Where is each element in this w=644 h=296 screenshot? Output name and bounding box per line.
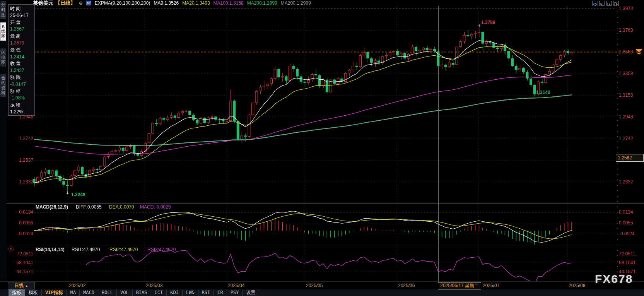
- macd-axis-right-label: 0.0055: [619, 220, 633, 226]
- rsi-indicator-label[interactable]: RSI(14,14,14): [36, 247, 65, 252]
- rsi-axis-right-label: 58.1041: [619, 260, 635, 265]
- expma-params-label: EXPMA(9,20,100,200,200): [95, 0, 150, 6]
- sidebar-tab-lightning-chart[interactable]: 闪电图: [0, 48, 6, 67]
- axis-zoom-right-tool-icon[interactable]: [606, 1, 612, 6]
- crosshair-price-label: 1.2562: [616, 154, 644, 162]
- price-axis-left-label: 1.2537: [11, 157, 33, 163]
- tooltip-time-value: 25-06-17: [10, 12, 34, 19]
- toolbar-item-ma[interactable]: MA: [67, 289, 80, 296]
- ma200b-value: MA200:1.2999: [281, 0, 311, 6]
- toolbar-item-cr[interactable]: CR: [214, 289, 227, 296]
- period-tag[interactable]: 【日线】: [55, 0, 75, 7]
- tooltip-label: 开 盘: [10, 19, 34, 26]
- rsi3-value: RSI3:47.4970: [147, 247, 176, 252]
- axis-zoom-left-tool-icon[interactable]: [599, 1, 605, 6]
- ma200-value: MA200:1.2999: [247, 0, 277, 6]
- tooltip-low-value: 1.3414: [10, 54, 34, 61]
- date-axis-label: 2025/03: [146, 283, 162, 288]
- sidebar-tab-time-chart[interactable]: 分时图: [0, 1, 6, 19]
- ma9-value: MA9:1.3526: [154, 0, 179, 6]
- toolbar-item-rsi[interactable]: RSI: [198, 289, 214, 296]
- period-selector-label: 日线: [14, 283, 24, 288]
- date-axis-row: 日线 ▲ 2025/02 2025/03 2025/04 2025/05 202…: [0, 281, 644, 290]
- date-axis-label: 2025/06: [398, 283, 415, 288]
- chart-tool-icons: [592, 1, 619, 6]
- date-axis-label: 2025/08: [569, 283, 585, 288]
- date-axis-label: 2025/05: [306, 283, 323, 288]
- toolbar-item-boll[interactable]: BOLL: [98, 289, 117, 296]
- tooltip-label: 涨 幅: [10, 88, 34, 95]
- tooltip-label: 时 间: [10, 5, 34, 12]
- toolbar-spacer: [0, 289, 9, 296]
- toolbar-item-psy[interactable]: PSY: [227, 289, 243, 296]
- axis-pan-tool-icon[interactable]: [613, 1, 619, 6]
- sidebar-tab-kline-chart[interactable]: K线图: [0, 22, 6, 41]
- chart-header: 英镑美元 【日线】 ⊕ EXPMA(9,20,100,200,200) MA9:…: [33, 0, 311, 6]
- sidebar-tab-contract-info[interactable]: 合约资料: [0, 74, 6, 97]
- tooltip-change-value: -0.0147: [10, 81, 34, 88]
- toolbar-item-bias[interactable]: BIAS: [133, 289, 151, 296]
- price-axis-right-label: 1.3563: [619, 49, 633, 55]
- price-axis-right-label: 1.2948: [619, 114, 633, 120]
- toolbar-item-vip-indicators[interactable]: VIP指标: [42, 289, 67, 296]
- rsi2-value: RSI2:47.4970: [109, 247, 138, 252]
- price-axis-left-label: 1.2332: [11, 179, 33, 185]
- macd-axis-right-label: -0.0024: [619, 231, 635, 236]
- tooltip-label: 振 幅: [10, 102, 34, 109]
- toolbar-item-lw[interactable]: LW&: [183, 289, 198, 296]
- symbol-name: 英镑美元: [33, 0, 53, 7]
- toolbar-item-settings[interactable]: 设置: [243, 289, 259, 296]
- toolbar-item-kdj[interactable]: KDJ: [167, 289, 183, 296]
- macd-diff-value: DIFF:0.0055: [76, 204, 102, 210]
- crosshair-grid-tool-icon[interactable]: [592, 1, 598, 6]
- fx678-watermark: FX678: [595, 272, 633, 286]
- macd-value: MACD:-0.0029: [140, 204, 171, 210]
- date-axis-label: 2025/02: [69, 283, 85, 288]
- expma-chart-icon: [86, 1, 91, 5]
- rsi-axis-left-label: 58.1041: [11, 260, 33, 265]
- price-axis-right-label: 1.3153: [619, 92, 633, 98]
- triangle-up-icon: ▲: [25, 284, 28, 288]
- price-axis-right-label: 1.3358: [619, 71, 633, 76]
- left-sidebar: 分时图 K线图 闪电图 合约资料: [0, 0, 7, 296]
- price-axis-right-label: 1.2332: [619, 179, 633, 185]
- macd-dea-value: DEA:0.0070: [109, 204, 134, 210]
- tooltip-close-value: 1.3427: [10, 67, 34, 74]
- macd-axis-right-label: 0.0134: [619, 209, 633, 215]
- macd-axis-left-label: -0.0024: [11, 231, 33, 236]
- circle-plus-icon[interactable]: ⊕: [79, 0, 83, 6]
- rsi-axis-left-label: 72.0511: [11, 251, 33, 257]
- toolbar-item-macd[interactable]: MACD: [80, 289, 98, 296]
- rsi-axis-left-label: 44.1571: [11, 269, 33, 274]
- macd-axis-left-label: 0.0055: [11, 220, 33, 226]
- ma20-value: MA20:1.3493: [182, 0, 210, 6]
- price-axis-right-label: 1.3768: [619, 27, 633, 33]
- low-price-annotation: 1.2248: [71, 192, 85, 197]
- macd-axis-left-label: 0.0134: [11, 209, 33, 215]
- date-axis-label: 2025/04: [228, 283, 244, 288]
- tooltip-label: 最 低: [10, 47, 34, 54]
- macd-indicator-label[interactable]: MACD(26,12,9): [36, 204, 68, 210]
- tooltip-label: 收 盘: [10, 60, 34, 67]
- ohlc-data-window: 时 间 25-06-17 开 盘 1.3567 最 高 1.3579 最 低 1…: [8, 4, 35, 116]
- crosshair-date-label: 2025/06/17 星期二: [438, 282, 481, 289]
- ma100-value: MA100:1.3158: [214, 0, 244, 6]
- period-selector-button[interactable]: 日线 ▲: [8, 282, 35, 289]
- indicator-settings-icon[interactable]: [9, 246, 14, 252]
- tooltip-amplitude-value: 1.22%: [10, 109, 34, 116]
- price-axis-right-label: 1.2742: [619, 136, 633, 141]
- tooltip-change-pct-value: -1.08%: [10, 95, 34, 102]
- price-axis-left-label: 1.2742: [11, 136, 33, 141]
- price-axis-right-label: 1.3973: [619, 6, 633, 11]
- toolbar-item-templates[interactable]: 模板: [25, 289, 42, 296]
- date-axis-label: 2025/07: [483, 283, 499, 288]
- toolbar-item-vol[interactable]: VOL: [117, 289, 133, 296]
- chart-app-window: 分时图 K线图 闪电图 合约资料 英镑美元 【日线】 ⊕ EXPMA(9,20,…: [0, 0, 644, 296]
- rsi-axis-right-label: 72.0511: [619, 251, 635, 257]
- toolbar-item-cci[interactable]: CCI: [151, 289, 167, 296]
- tooltip-open-value: 1.3567: [10, 26, 34, 33]
- indicator-toolbar: 指标 模板 VIP指标 MA MACD BOLL VOL BIAS CCI KD…: [0, 289, 644, 296]
- toolbar-item-indicators[interactable]: 指标: [9, 289, 25, 296]
- high-price-annotation: 1.3788: [481, 20, 495, 25]
- tooltip-high-value: 1.3579: [10, 40, 34, 47]
